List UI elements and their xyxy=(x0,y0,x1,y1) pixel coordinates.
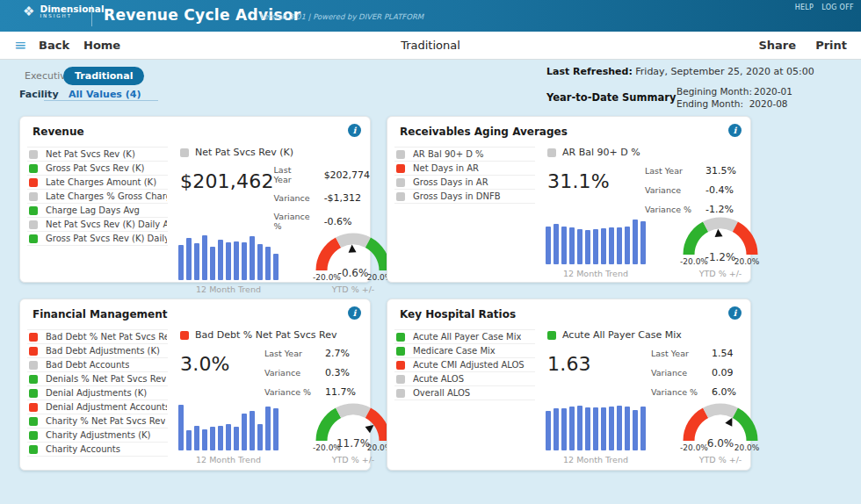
back-button[interactable]: Back xyxy=(39,39,69,52)
stat-value: 6.0% xyxy=(712,386,736,398)
metric-row[interactable]: AR Bal 90+ D % xyxy=(394,148,535,162)
metric-status-swatch xyxy=(29,333,38,342)
info-icon[interactable]: i xyxy=(348,124,361,137)
metric-list: AR Bal 90+ D % Net Days in AR Gross Days… xyxy=(394,147,535,284)
metric-row[interactable]: Denial Adjustments (K) xyxy=(27,386,168,400)
gauge-text: 20.0% xyxy=(734,257,760,266)
trend-bar xyxy=(250,411,255,450)
trend-bar xyxy=(265,247,271,280)
metric-current-value: 31.1% xyxy=(547,170,610,192)
metric-row[interactable]: Denial Adjustment Accounts xyxy=(27,400,168,414)
metric-row[interactable]: Denials % Net Pat Svcs Rev xyxy=(27,372,168,386)
gauge-text: -20.0% xyxy=(680,257,708,266)
trend-bar xyxy=(609,227,614,264)
trend-bar xyxy=(625,227,630,264)
metric-status-swatch xyxy=(29,389,38,398)
stat-value: 2.7% xyxy=(325,348,356,359)
selected-metric-header: Bad Debt % Net Pat Svcs Rev xyxy=(180,329,370,341)
trend-bar xyxy=(617,406,622,450)
metric-status-swatch xyxy=(29,150,38,159)
selected-metric-swatch xyxy=(547,148,556,157)
metric-row[interactable]: Net Pat Svcs Rev (K) xyxy=(27,148,168,162)
facility-filter[interactable]: All Values (4) xyxy=(69,89,141,100)
trend-bar xyxy=(210,427,215,450)
selected-metric-swatch xyxy=(180,331,189,340)
trend-bar xyxy=(194,426,199,450)
metric-row[interactable]: Gross Pat Svcs Rev (K) Daily Avg xyxy=(27,232,168,246)
metric-status-swatch xyxy=(29,164,38,173)
metric-label: Acute CMI Adjusted ALOS xyxy=(413,360,525,370)
trend-bar xyxy=(577,406,582,450)
metric-status-swatch xyxy=(29,192,38,201)
trend-bar xyxy=(554,408,559,450)
metric-row[interactable]: Acute ALOS xyxy=(394,372,535,386)
trend-bar xyxy=(625,407,630,450)
metric-row[interactable]: Late Charges Amount (K) xyxy=(27,176,168,190)
stat-value: 31.5% xyxy=(705,165,736,176)
metric-label: Net Days in AR xyxy=(413,163,479,173)
metric-row[interactable]: Gross Days in AR xyxy=(394,176,535,190)
metric-row[interactable]: Bad Debt Accounts xyxy=(27,358,168,372)
trend-bar xyxy=(601,228,606,264)
metric-row[interactable]: Bad Debt % Net Pat Svcs Rev xyxy=(27,330,168,344)
selected-metric-swatch xyxy=(180,148,189,157)
metric-row[interactable]: Charge Lag Days Avg xyxy=(27,204,168,218)
trend-bar xyxy=(585,407,590,450)
tab-traditional[interactable]: Traditional xyxy=(63,67,144,85)
trend-bar xyxy=(226,242,231,280)
metric-row[interactable]: Medicare Case Mix xyxy=(394,344,535,358)
help-link[interactable]: HELP xyxy=(795,4,814,11)
trend-bar xyxy=(186,238,192,280)
trend-bar xyxy=(554,224,559,264)
info-icon[interactable]: i xyxy=(728,306,742,320)
gauge-arc-segment xyxy=(689,227,705,255)
metric-status-swatch xyxy=(29,375,38,384)
facility-label: Facility xyxy=(19,89,59,100)
metric-row[interactable]: Net Pat Svcs Rev (K) Daily Avg xyxy=(27,218,168,232)
selected-metric-label: Net Pat Svcs Rev (K) xyxy=(195,147,293,158)
trend-bar xyxy=(226,424,231,450)
current-view-title: Traditional xyxy=(401,39,460,52)
print-button[interactable]: Print xyxy=(815,39,847,52)
metric-status-swatch xyxy=(29,347,38,356)
stat-value: -$1,312 xyxy=(324,192,371,204)
gauge-arc-segment xyxy=(368,242,385,270)
metric-row[interactable]: Charity Adjustments (K) xyxy=(27,428,168,443)
trend-bar xyxy=(257,244,263,280)
metric-status-swatch xyxy=(29,445,38,454)
gauge-text: 20.0% xyxy=(734,443,760,452)
info-icon[interactable]: i xyxy=(728,124,742,137)
trend-bar xyxy=(593,229,598,264)
metric-row[interactable]: Overall ALOS xyxy=(394,386,535,400)
log-off-link[interactable]: LOG OFF xyxy=(821,4,854,11)
info-icon[interactable]: i xyxy=(348,306,361,320)
home-button[interactable]: Home xyxy=(83,39,120,52)
stat-label: Variance % xyxy=(264,387,311,397)
metric-row[interactable]: Gross Days in DNFB xyxy=(394,190,535,204)
metric-status-swatch xyxy=(29,361,38,370)
trend-bar xyxy=(178,245,184,280)
metric-status-swatch xyxy=(29,220,38,229)
metric-row[interactable]: Late Charges % Gross Charges xyxy=(27,190,168,204)
metric-row[interactable]: Charity Accounts xyxy=(27,443,168,457)
selected-metric-header: Acute All Payer Case Mix xyxy=(547,329,750,341)
metric-row[interactable]: Net Days in AR xyxy=(394,162,535,176)
trend-bar xyxy=(561,408,567,450)
metric-row[interactable]: Charity % Net Pat Svcs Rev xyxy=(27,414,168,428)
metric-row[interactable]: Gross Pat Svcs Rev (K) xyxy=(27,162,168,176)
trend-bar xyxy=(242,414,247,450)
metric-row[interactable]: Acute CMI Adjusted ALOS xyxy=(394,358,535,372)
stat-label: Last Year xyxy=(264,349,311,358)
trend-bar xyxy=(609,407,614,450)
metric-row[interactable]: Acute All Payer Case Mix xyxy=(394,330,535,344)
metric-status-swatch xyxy=(396,333,405,342)
trend-chart xyxy=(178,403,279,450)
gauge-text: -20.0% xyxy=(680,443,708,452)
metric-label: Late Charges % Gross Charges xyxy=(46,191,167,201)
gauge-arc-segment xyxy=(338,409,368,413)
trend-bar xyxy=(561,227,567,264)
trend-caption: 12 Month Trend xyxy=(563,269,628,278)
metric-row[interactable]: Bad Debt Adjustments (K) xyxy=(27,344,168,358)
menu-icon[interactable]: ≡ xyxy=(14,38,26,53)
share-button[interactable]: Share xyxy=(758,39,796,52)
